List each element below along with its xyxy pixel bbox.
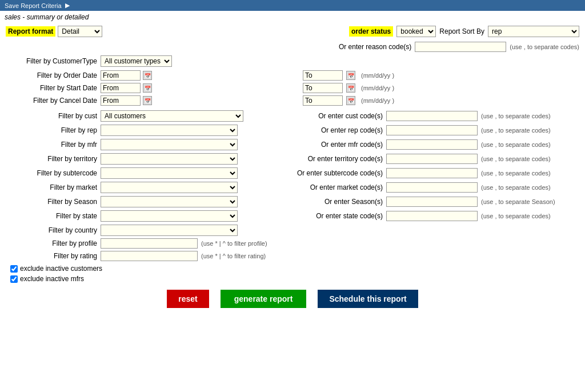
filter-code-input-5[interactable] (386, 182, 478, 193)
filter-label-3: Filter by territory (6, 155, 97, 163)
order-date-hint: (mm/dd/yy ) (361, 72, 394, 79)
filter-code-input-3[interactable] (386, 154, 478, 164)
top-bar-arrow-icon: ▶ (65, 2, 70, 9)
filter-code-hint-0: (use , to separate codes) (481, 113, 551, 119)
profile-filter-input[interactable] (101, 238, 198, 249)
report-sort-by-label: Report Sort By (439, 27, 484, 35)
filter-code-hint-2: (use , to separate codes) (481, 141, 551, 148)
profile-filter-hint: (use * | ^ to filter profile) (201, 240, 267, 247)
report-format-select[interactable]: Detail Summary (58, 26, 102, 37)
order-date-to-cal-icon[interactable]: 📅 (346, 71, 355, 80)
filter-code-input-0[interactable] (386, 111, 478, 121)
filter-row: Filter by territoryOr enter territory co… (6, 153, 579, 165)
filter-code-hint-1: (use , to separate codes) (481, 127, 551, 134)
filter-code-input-1[interactable] (386, 125, 478, 135)
filter-code-hint-7: (use , to separate codes) (481, 213, 551, 219)
filter-code-hint-5: (use , to separate codes) (481, 184, 551, 191)
filter-label-7: Filter by state (6, 212, 97, 220)
filter-label-2: Filter by mfr (6, 141, 97, 149)
checkbox-label-1: exclude inactive mfrs (20, 275, 84, 283)
filter-label-0: Filter by cust (6, 112, 97, 120)
start-date-from-cal-icon[interactable]: 📅 (143, 83, 152, 93)
filter-code-label-5: Or enter market code(s) (280, 183, 383, 191)
start-date-hint: (mm/dd/yy ) (361, 85, 394, 91)
cancel-date-hint: (mm/dd/yy ) (361, 97, 394, 104)
filter-code-label-6: Or enter Season(s) (280, 198, 383, 206)
start-date-from-input[interactable] (101, 83, 141, 93)
filter-code-label-4: Or enter subtercode code(s) (280, 169, 383, 177)
filter-code-label-1: Or enter rep code(s) (280, 126, 383, 134)
filter-code-label-3: Or enter territory code(s) (280, 155, 383, 163)
cancel-date-from-cal-icon[interactable]: 📅 (143, 96, 152, 105)
reason-code-hint: (use , to separate codes) (510, 43, 579, 50)
save-report-criteria-label: Save Report Criteria (5, 2, 62, 9)
filter-code-input-4[interactable] (386, 168, 478, 178)
filter-select-5[interactable] (101, 182, 238, 193)
reset-button[interactable]: reset (167, 290, 209, 308)
order-status-select[interactable]: booked open shipped all (396, 26, 436, 37)
country-filter-select[interactable] (101, 225, 238, 236)
start-date-label: Filter by Start Date (6, 84, 97, 92)
filter-select-4[interactable] (101, 167, 238, 179)
reason-code-input[interactable] (415, 42, 506, 52)
filter-code-label-0: Or enter cust code(s) (280, 112, 383, 120)
filter-row: Filter by stateOr enter state code(s)(us… (6, 210, 579, 222)
cancel-date-from-input[interactable] (101, 95, 141, 106)
checkbox-row: exclude inactive customers (6, 265, 579, 273)
reason-code-label: Or enter reason code(s) (339, 43, 411, 51)
filter-code-hint-3: (use , to separate codes) (481, 155, 551, 162)
filter-label-1: Filter by rep (6, 126, 97, 134)
customer-type-select[interactable]: All customer types Retail Wholesale Onli… (101, 55, 172, 67)
filter-row: Filter by mfrOr enter mfr code(s)(use , … (6, 139, 579, 150)
filter-code-input-2[interactable] (386, 139, 478, 150)
filter-code-hint-4: (use , to separate codes) (481, 170, 551, 177)
cancel-date-to-cal-icon[interactable]: 📅 (346, 96, 355, 105)
order-date-from-input[interactable] (101, 70, 141, 81)
filter-code-label-2: Or enter mfr code(s) (280, 141, 383, 149)
start-date-to-input[interactable] (303, 83, 343, 93)
filter-row: Filter by subtercodeOr enter subtercode … (6, 167, 579, 179)
subtitle: sales - summary or detailed (0, 11, 585, 23)
filter-select-6[interactable] (101, 196, 238, 207)
checkbox-1[interactable] (10, 275, 18, 283)
filter-code-label-7: Or enter state code(s) (280, 212, 383, 220)
filter-select-3[interactable] (101, 153, 238, 165)
filter-row: Filter by SeasonOr enter Season(s)(use ,… (6, 196, 579, 207)
filter-select-1[interactable] (101, 125, 238, 136)
checkbox-label-0: exclude inactive customers (20, 265, 102, 273)
filter-label-5: Filter by market (6, 183, 97, 191)
order-status-label: order status (349, 26, 393, 37)
generate-report-button[interactable]: generate report (221, 290, 307, 308)
country-filter-label: Filter by country (6, 226, 97, 234)
cancel-date-label: Filter by Cancel Date (6, 97, 97, 105)
order-date-label: Filter by Order Date (6, 71, 97, 79)
filter-row: Filter by marketOr enter market code(s)(… (6, 182, 579, 193)
filter-code-hint-6: (use , to separate Season) (481, 198, 555, 205)
filter-label-4: Filter by subtercode (6, 169, 97, 177)
filter-select-2[interactable] (101, 139, 238, 150)
checkbox-0[interactable] (10, 265, 18, 273)
start-date-to-cal-icon[interactable]: 📅 (346, 83, 355, 93)
filter-row: Filter by repOr enter rep code(s)(use , … (6, 125, 579, 136)
schedule-report-button[interactable]: Schedule this report (318, 290, 418, 308)
order-date-to-input[interactable] (303, 70, 343, 81)
rating-filter-input[interactable] (101, 251, 198, 261)
report-format-label: Report format (6, 26, 55, 37)
profile-filter-label: Filter by profile (6, 239, 97, 247)
filter-select-7[interactable] (101, 210, 238, 222)
top-bar[interactable]: Save Report Criteria ▶ (0, 0, 585, 11)
customer-type-label: Filter by CustomerType (6, 57, 97, 65)
rating-filter-hint: (use * | ^ to filter rating) (201, 253, 266, 259)
filter-code-input-6[interactable] (386, 197, 478, 207)
filter-code-input-7[interactable] (386, 211, 478, 221)
report-sort-by-select[interactable]: rep customer mfr territory (488, 26, 579, 37)
filter-select-0[interactable]: All customers (101, 110, 243, 122)
checkbox-row: exclude inactive mfrs (6, 275, 579, 283)
cancel-date-to-input[interactable] (303, 95, 343, 106)
filter-row: Filter by custAll customersOr enter cust… (6, 110, 579, 122)
filter-label-6: Filter by Season (6, 198, 97, 206)
order-date-from-cal-icon[interactable]: 📅 (143, 71, 152, 80)
rating-filter-label: Filter by rating (6, 252, 97, 260)
